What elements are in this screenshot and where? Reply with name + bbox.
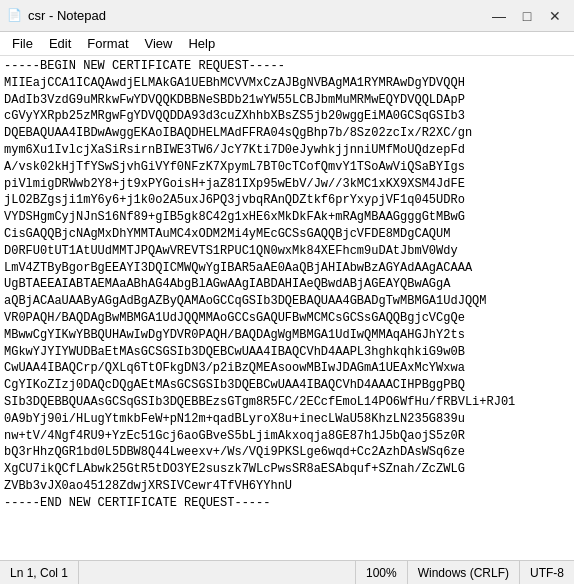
title-bar: 📄 csr - Notepad — □ ✕ xyxy=(0,0,574,32)
close-button[interactable]: ✕ xyxy=(542,5,568,27)
title-bar-left: 📄 csr - Notepad xyxy=(6,8,106,24)
status-bar: Ln 1, Col 1 100% Windows (CRLF) UTF-8 xyxy=(0,560,574,584)
editor-content[interactable]: -----BEGIN NEW CERTIFICATE REQUEST----- … xyxy=(0,56,574,560)
maximize-button[interactable]: □ xyxy=(514,5,540,27)
menu-edit[interactable]: Edit xyxy=(41,34,79,53)
status-spacer xyxy=(79,561,356,584)
editor-wrapper: -----BEGIN NEW CERTIFICATE REQUEST----- … xyxy=(0,56,574,560)
line-ending: Windows (CRLF) xyxy=(408,561,520,584)
window-controls: — □ ✕ xyxy=(486,5,568,27)
menu-help[interactable]: Help xyxy=(180,34,223,53)
minimize-button[interactable]: — xyxy=(486,5,512,27)
cursor-position: Ln 1, Col 1 xyxy=(0,561,79,584)
menu-view[interactable]: View xyxy=(137,34,181,53)
encoding: UTF-8 xyxy=(520,561,574,584)
menu-file[interactable]: File xyxy=(4,34,41,53)
window-title: csr - Notepad xyxy=(28,8,106,23)
menu-bar: File Edit Format View Help xyxy=(0,32,574,56)
zoom-level: 100% xyxy=(356,561,408,584)
menu-format[interactable]: Format xyxy=(79,34,136,53)
app-icon: 📄 xyxy=(6,8,22,24)
